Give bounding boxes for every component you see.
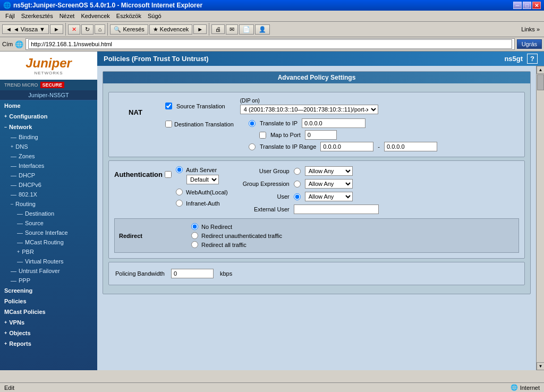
external-user-input[interactable] xyxy=(294,204,379,214)
webauth-radio[interactable] xyxy=(176,189,183,195)
window-title: ns5gt:Juniper-ScreenOS 5.4.0r1.0 - Micro… xyxy=(13,2,202,9)
sidebar-item-8021x[interactable]: — 802.1X xyxy=(0,190,97,199)
stop-button[interactable]: ✕ xyxy=(68,24,80,35)
menu-file[interactable]: Fájl xyxy=(2,12,18,20)
go-button[interactable]: Ugrás xyxy=(517,39,542,49)
messenger-icon: 👤 xyxy=(259,26,266,33)
dash-icon-8021x: — xyxy=(11,191,16,198)
ip-range-to-input[interactable] xyxy=(384,142,437,151)
sidebar-item-mcast-policies[interactable]: MCast Policies xyxy=(0,306,97,317)
auth-server-radio[interactable] xyxy=(176,166,183,173)
sidebar-item-home[interactable]: Home xyxy=(0,100,97,111)
no-redirect-radio[interactable] xyxy=(191,223,198,230)
policing-input[interactable] xyxy=(171,269,214,278)
sidebar-item-pbr[interactable]: + PBR xyxy=(0,247,97,257)
sidebar-item-destination[interactable]: — Destination xyxy=(0,209,97,218)
dip-select[interactable]: 4 (2001:738:10:3::10—2001:738:10:3::11)/… xyxy=(240,105,378,114)
translate-to-ip-range-radio[interactable] xyxy=(249,143,256,150)
links-label[interactable]: Links » xyxy=(519,25,542,33)
expand-icon-objects: + xyxy=(4,330,7,336)
map-to-port-checkbox[interactable] xyxy=(259,132,266,139)
translate-to-ip-radio[interactable] xyxy=(249,120,256,127)
sidebar-item-policies[interactable]: Policies xyxy=(0,296,97,306)
auth-label: Authentication xyxy=(114,171,163,178)
juniper-logo: Juniper xyxy=(26,56,72,71)
user-radio[interactable] xyxy=(294,193,301,200)
dash-icon-interfaces: — xyxy=(11,163,16,169)
right-scrollbar: ▲ ▼ xyxy=(536,66,544,370)
home-nav-label: Home xyxy=(4,103,21,109)
app-icon: 🌐 xyxy=(3,2,11,9)
auth-checkbox[interactable] xyxy=(165,171,172,178)
sidebar-item-mcast-routing[interactable]: — MCast Routing xyxy=(0,237,97,247)
sidebar-item-network[interactable]: – Network xyxy=(0,122,97,132)
scroll-thumb[interactable] xyxy=(537,74,544,90)
minimize-button[interactable]: ─ xyxy=(513,2,522,9)
scroll-down-button[interactable]: ▼ xyxy=(537,362,544,370)
media-button[interactable]: ► xyxy=(193,24,207,34)
translate-to-ip-range-label: Translate to IP Range xyxy=(260,143,316,150)
sidebar-item-routing[interactable]: – Routing xyxy=(0,199,97,209)
map-to-port-input[interactable] xyxy=(305,130,337,140)
help-icon[interactable]: ? xyxy=(527,54,538,64)
sep-3 xyxy=(209,23,209,36)
sidebar-item-binding[interactable]: — Binding xyxy=(0,132,97,142)
address-input[interactable] xyxy=(28,39,512,49)
back-button[interactable]: ◄ ◄ Vissza ▼ xyxy=(2,24,49,34)
mail-button[interactable]: ✉ xyxy=(226,24,238,35)
group-expression-select[interactable]: Allow Any Allow _ Deny All xyxy=(305,179,353,189)
fax-button[interactable]: 📄 xyxy=(239,24,254,35)
menu-help[interactable]: Súgó xyxy=(144,12,165,20)
forward-button[interactable]: ► xyxy=(50,24,63,34)
group-expression-radio[interactable] xyxy=(294,181,301,188)
menu-view[interactable]: Nézet xyxy=(56,12,78,20)
stop-icon: ✕ xyxy=(72,26,76,33)
sidebar-item-zones[interactable]: — Zones xyxy=(0,151,97,161)
external-user-label: External User xyxy=(236,206,290,212)
sidebar-item-source[interactable]: — Source xyxy=(0,218,97,228)
favorites-button[interactable]: ★ Kedvencek xyxy=(149,24,192,35)
sidebar-item-reports[interactable]: + Reports xyxy=(0,338,97,349)
sidebar-item-source-interface[interactable]: — Source Interface xyxy=(0,228,97,237)
sidebar-item-dns[interactable]: + DNS xyxy=(0,142,97,151)
user-select[interactable]: Allow Any Allow _ Deny All xyxy=(305,192,353,201)
sidebar-item-screening[interactable]: Screening xyxy=(0,285,97,296)
sidebar-item-objects[interactable]: + Objects xyxy=(0,328,97,338)
mcast-policies-label: MCast Policies xyxy=(4,309,46,315)
search-button[interactable]: 🔍 Keresés xyxy=(110,24,148,35)
sidebar-item-untrust-failover[interactable]: — Untrust Failover xyxy=(0,266,97,276)
menu-edit[interactable]: Szerkesztés xyxy=(18,12,56,20)
user-group-select[interactable]: Allow Any Allow _ Deny All xyxy=(305,166,353,176)
close-button[interactable]: ✕ xyxy=(532,2,541,9)
source-translation-checkbox[interactable] xyxy=(165,103,172,109)
expand-icon-vpns: + xyxy=(4,320,7,325)
refresh-button[interactable]: ↻ xyxy=(81,24,94,35)
home-button[interactable]: ⌂ xyxy=(95,24,106,34)
restore-button[interactable]: □ xyxy=(523,2,531,9)
sidebar-item-dhcpv6[interactable]: — DHCPv6 xyxy=(0,180,97,190)
auth-server-select[interactable]: Default xyxy=(186,175,219,184)
ip-range-dash: - xyxy=(378,143,380,150)
group-expression-label: Group Expression xyxy=(236,181,290,187)
star-icon: ★ xyxy=(153,26,158,33)
menu-tools[interactable]: Eszközök xyxy=(113,12,144,20)
redirect-all-radio[interactable] xyxy=(191,241,198,248)
translate-to-ip-input[interactable] xyxy=(302,118,366,128)
infranet-auth-radio[interactable] xyxy=(176,200,183,207)
user-group-radio[interactable] xyxy=(294,168,301,175)
dash-icon-dhcpv6: — xyxy=(11,182,16,188)
redirect-unauth-radio[interactable] xyxy=(191,232,198,239)
scroll-up-button[interactable]: ▲ xyxy=(537,66,544,74)
sidebar-item-virtual-routers[interactable]: — Virtual Routers xyxy=(0,257,97,266)
sidebar-item-dhcp[interactable]: — DHCP xyxy=(0,171,97,180)
sidebar-item-interfaces[interactable]: — Interfaces xyxy=(0,161,97,171)
expand-icon-reports: + xyxy=(4,341,7,346)
messenger-button[interactable]: 👤 xyxy=(255,24,270,35)
destination-translation-checkbox[interactable] xyxy=(165,121,172,127)
sidebar-item-configuration[interactable]: + Configuration xyxy=(0,111,97,122)
sidebar-item-vpns[interactable]: + VPNs xyxy=(0,317,97,328)
ip-range-from-input[interactable] xyxy=(320,142,373,151)
print-button[interactable]: 🖨 xyxy=(211,24,225,34)
sidebar-item-ppp[interactable]: — PPP xyxy=(0,276,97,285)
menu-favorites[interactable]: Kedvencek xyxy=(78,12,113,20)
